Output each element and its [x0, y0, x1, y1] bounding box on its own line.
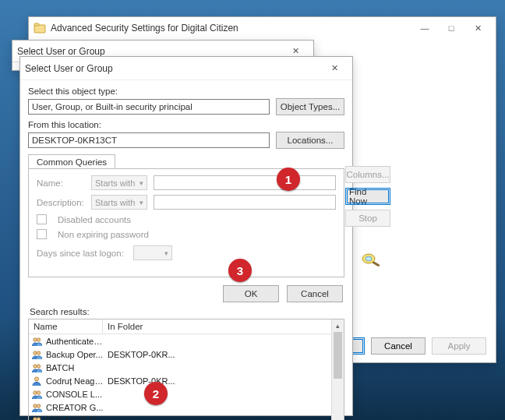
name-match-dropdown[interactable]: Starts with▾	[91, 175, 147, 190]
sel2-close-button[interactable]: ✕	[321, 60, 348, 77]
name-query-input[interactable]	[154, 175, 336, 190]
sel2-title: Select User or Group	[25, 63, 113, 74]
svg-point-13	[37, 390, 40, 394]
chevron-down-icon: ▾	[164, 249, 168, 257]
non-expiring-label: Non expiring password	[58, 230, 149, 239]
days-since-dropdown[interactable]: ▾	[133, 245, 172, 260]
svg-point-6	[37, 337, 40, 341]
table-row[interactable]: Backup Oper...DESKTOP-0KR...	[29, 348, 344, 361]
row-name: Authenticated...	[46, 337, 104, 346]
non-expiring-checkbox[interactable]	[37, 229, 47, 239]
desc-query-input[interactable]	[154, 195, 336, 210]
stop-button: Stop	[345, 210, 390, 227]
table-row[interactable]: CREATOR G...	[29, 401, 344, 414]
sel1-title: Select User or Group	[17, 46, 105, 57]
step-badge-2: 2	[144, 382, 168, 405]
object-type-field[interactable]: User, Group, or Built-in security princi…	[28, 99, 270, 115]
desc-query-label: Description:	[37, 198, 85, 207]
desc-match-dropdown[interactable]: Starts with▾	[91, 195, 147, 210]
locations-button[interactable]: Locations...	[276, 132, 344, 149]
table-row[interactable]: BATCH	[29, 361, 344, 374]
group-icon	[31, 415, 44, 421]
step-badge-3: 3	[228, 259, 252, 282]
object-types-button[interactable]: Object Types...	[276, 98, 344, 115]
chevron-down-icon: ▾	[139, 179, 143, 187]
days-since-label: Days since last logon:	[37, 249, 124, 258]
table-row[interactable]: CREATOR O...	[29, 414, 344, 420]
row-name: CREATOR O...	[46, 416, 104, 421]
table-row[interactable]: Authenticated...	[29, 334, 344, 348]
chevron-down-icon: ▾	[139, 199, 143, 206]
location-label: From this location:	[28, 120, 344, 129]
sel2-cancel-button[interactable]: Cancel	[287, 285, 343, 302]
svg-point-12	[34, 390, 37, 394]
adv-title: Advanced Security Settings for Digital C…	[51, 23, 238, 34]
disabled-accounts-checkbox[interactable]	[37, 214, 47, 224]
object-type-label: Select this object type:	[28, 86, 344, 96]
svg-point-8	[37, 351, 40, 354]
minimize-button[interactable]: —	[411, 19, 438, 37]
svg-point-10	[37, 364, 40, 367]
user-icon	[31, 376, 44, 386]
sel2-ok-button[interactable]: OK	[223, 285, 279, 302]
group-icon	[31, 402, 44, 413]
col-in-folder[interactable]: In Folder	[103, 319, 344, 334]
name-query-label: Name:	[37, 178, 85, 188]
svg-point-5	[34, 337, 37, 341]
svg-rect-4	[373, 261, 380, 267]
group-icon	[31, 349, 44, 360]
disabled-accounts-label: Disabled accounts	[58, 215, 131, 224]
find-now-button[interactable]: Find Now	[345, 188, 390, 205]
scroll-thumb[interactable]	[334, 332, 342, 379]
maximize-button[interactable]: □	[438, 19, 464, 37]
row-name: CONSOLE L...	[46, 390, 104, 399]
tab-common-queries[interactable]: Common Queries	[28, 154, 115, 169]
step-badge-1: 1	[277, 168, 300, 191]
row-folder: DESKTOP-0KR...	[104, 376, 344, 386]
adv-cancel-button[interactable]: Cancel	[371, 337, 426, 355]
svg-point-11	[34, 376, 38, 380]
adv-apply-button: Apply	[432, 337, 486, 355]
search-icon	[358, 250, 384, 269]
folder-icon	[34, 22, 46, 34]
svg-point-9	[34, 364, 37, 367]
svg-point-7	[34, 351, 37, 354]
location-field[interactable]: DESKTOP-0KR13CT	[28, 132, 270, 148]
select-user-group-dialog: Select User or Group ✕ Select this objec…	[19, 56, 353, 416]
results-header: Name In Folder	[29, 319, 344, 334]
table-row[interactable]: Codruț Neagu...DESKTOP-0KR...	[29, 374, 344, 387]
row-name: BATCH	[46, 363, 104, 372]
scroll-up-icon[interactable]: ▴	[332, 319, 344, 332]
svg-point-14	[34, 404, 37, 407]
row-name: Codruț Neagu...	[46, 376, 104, 386]
row-name: Backup Oper...	[46, 350, 104, 359]
svg-point-15	[37, 404, 40, 407]
row-name: CREATOR G...	[46, 403, 104, 412]
svg-point-16	[34, 417, 37, 420]
group-icon	[31, 389, 44, 400]
close-button[interactable]: ✕	[464, 19, 491, 37]
table-row[interactable]: CONSOLE L...	[29, 387, 344, 401]
search-results-label: Search results:	[30, 307, 344, 316]
results-scrollbar[interactable]: ▴ ▾	[331, 319, 344, 420]
group-icon	[31, 336, 44, 347]
columns-button: Columns...	[345, 166, 390, 183]
svg-point-3	[366, 256, 372, 261]
group-icon	[31, 362, 44, 373]
svg-point-17	[37, 417, 40, 420]
col-name[interactable]: Name	[29, 319, 103, 334]
row-folder: DESKTOP-0KR...	[104, 350, 344, 359]
search-results-table: Name In Folder Authenticated...Backup Op…	[28, 319, 344, 420]
svg-rect-1	[34, 23, 39, 26]
adv-titlebar: Advanced Security Settings for Digital C…	[29, 17, 496, 39]
